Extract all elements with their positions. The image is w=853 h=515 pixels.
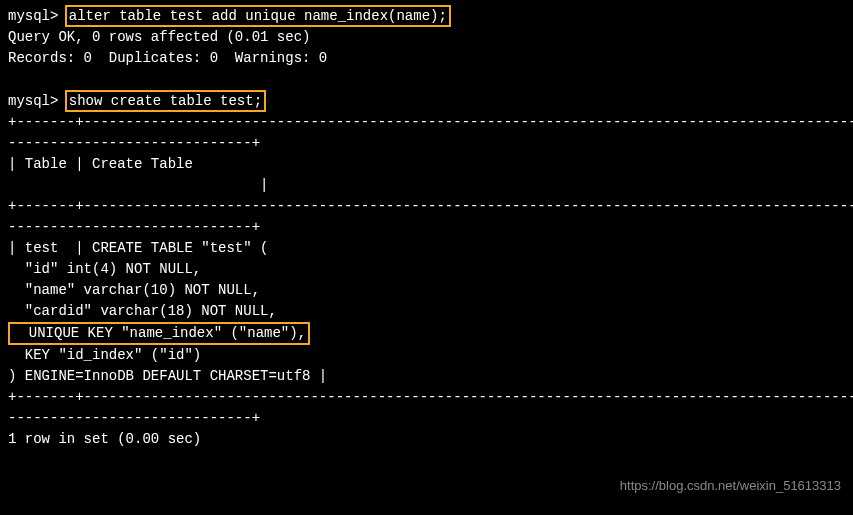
create-table-line: "cardid" varchar(18) NOT NULL, <box>8 301 845 322</box>
highlighted-unique-key: UNIQUE KEY "name_index" ("name"), <box>8 322 310 344</box>
table-separator: +-------+-------------------------------… <box>8 387 845 408</box>
highlighted-command-2: show create table test; <box>65 90 266 112</box>
terminal-line-cmd1: mysql> alter table test add unique name_… <box>8 5 845 27</box>
create-table-line: "id" int(4) NOT NULL, <box>8 259 845 280</box>
highlighted-command-1: alter table test add unique name_index(n… <box>65 5 451 27</box>
create-table-unique-key: UNIQUE KEY "name_index" ("name"), <box>8 322 845 344</box>
table-separator: +-------+-------------------------------… <box>8 196 845 217</box>
create-table-line: KEY "id_index" ("id") <box>8 345 845 366</box>
mysql-prompt: mysql> <box>8 93 67 109</box>
table-header-pad: | <box>8 175 845 196</box>
terminal-output-line: Query OK, 0 rows affected (0.01 sec) <box>8 27 845 48</box>
terminal-output-line: Records: 0 Duplicates: 0 Warnings: 0 <box>8 48 845 69</box>
result-footer: 1 row in set (0.00 sec) <box>8 429 845 450</box>
table-separator: -----------------------------+ <box>8 133 845 154</box>
watermark-text: https://blog.csdn.net/weixin_51613313 <box>620 476 841 496</box>
table-separator: +-------+-------------------------------… <box>8 112 845 133</box>
table-separator: -----------------------------+ <box>8 408 845 429</box>
create-table-line: ) ENGINE=InnoDB DEFAULT CHARSET=utf8 | <box>8 366 845 387</box>
mysql-prompt: mysql> <box>8 8 67 24</box>
table-separator: -----------------------------+ <box>8 217 845 238</box>
table-header: | Table | Create Table <box>8 154 845 175</box>
create-table-line: "name" varchar(10) NOT NULL, <box>8 280 845 301</box>
create-table-line: | test | CREATE TABLE "test" ( <box>8 238 845 259</box>
terminal-line-cmd2: mysql> show create table test; <box>8 90 845 112</box>
terminal-blank-line <box>8 69 845 90</box>
